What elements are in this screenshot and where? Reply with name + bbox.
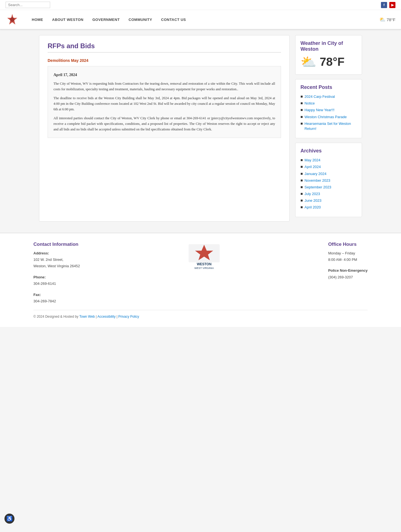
bid-paragraph-2: The deadline to receive bids at the West…: [53, 95, 275, 112]
bullet-icon: ■: [300, 171, 303, 176]
address-line2: Weston, West Virginia 26452: [33, 263, 80, 269]
copyright-text: © 2024 Designed & Hosted by: [33, 315, 79, 319]
weather-widget: Weather in City of Weston ⛅ 78°F: [295, 35, 362, 75]
bid-paragraph-3: All interested parties should contact th…: [53, 115, 275, 132]
archive-link[interactable]: September 2023: [304, 185, 331, 190]
townweb-link[interactable]: Town Web: [79, 315, 95, 319]
facebook-icon[interactable]: f: [381, 2, 387, 8]
fax-value: 304-269-7842: [33, 298, 80, 304]
post-link-demolitions[interactable]: Demolitions May 2024: [48, 58, 281, 63]
nav-bar: HOME ABOUT WESTON GOVERNMENT COMMUNITY C…: [0, 10, 401, 30]
nav-logo[interactable]: [6, 10, 19, 29]
recent-post-item: ■ 2024 Carp Festival: [300, 94, 357, 99]
police-label: Police Non-Emergency: [328, 267, 368, 274]
archive-item: ■ June 2023: [300, 198, 357, 203]
phone-row: Phone: 304-269-6141: [33, 274, 80, 287]
archives-title: Archives: [300, 148, 357, 154]
nav-government[interactable]: GOVERNMENT: [88, 13, 124, 27]
search-input[interactable]: [6, 2, 50, 8]
footer-bottom: © 2024 Designed & Hosted by Town Web | A…: [33, 310, 368, 319]
hours-time: 8:00 AM- 4:00 PM: [328, 256, 368, 263]
police-number: (304) 269-3207: [328, 274, 368, 280]
archive-link[interactable]: June 2023: [304, 198, 321, 203]
archive-link[interactable]: April 2024: [304, 164, 321, 169]
nav-about[interactable]: ABOUT WESTON: [48, 13, 88, 27]
privacy-link[interactable]: Privacy Policy: [118, 315, 139, 319]
footer: Contact Information Address: 102 W. 2nd …: [0, 233, 401, 327]
weather-display: ⛅ 78°F: [300, 54, 357, 69]
main-container: RFPs and Bids Demolitions May 2024 April…: [33, 35, 368, 222]
fax-label: Fax:: [33, 291, 80, 298]
social-icons: f ▶: [381, 2, 395, 8]
recent-posts-widget: Recent Posts ■ 2024 Carp Festival ■ Noti…: [295, 79, 362, 138]
phone-label: Phone:: [33, 274, 80, 280]
bid-date: April 17, 2024: [53, 72, 275, 78]
recent-post-item: ■ Happy New Year!!!: [300, 108, 357, 113]
nav-weather-temp: 78°F: [387, 17, 395, 22]
footer-inner: Contact Information Address: 102 W. 2nd …: [33, 242, 368, 305]
svg-text:WESTON: WESTON: [197, 262, 211, 266]
archive-item: ■ May 2024: [300, 158, 357, 163]
address-label: Address:: [33, 250, 80, 256]
archive-item: ■ April 2020: [300, 205, 357, 210]
archive-item: ■ April 2024: [300, 164, 357, 169]
hours-weekdays: Monday – Friday: [328, 250, 368, 256]
bid-document: April 17, 2024 The City of Weston, WV is…: [48, 66, 281, 138]
archive-item: ■ November 2023: [300, 178, 357, 183]
archive-link[interactable]: April 2020: [304, 205, 321, 210]
recent-posts-title: Recent Posts: [300, 84, 357, 90]
content-area: RFPs and Bids Demolitions May 2024 April…: [39, 35, 290, 222]
recent-post-link[interactable]: Hearsemania Set for Weston Return!: [304, 121, 357, 131]
weather-widget-title: Weather in City of Weston: [300, 40, 357, 52]
archive-link[interactable]: November 2023: [304, 178, 330, 183]
recent-post-link[interactable]: Notice: [304, 101, 315, 106]
recent-posts-list: ■ 2024 Carp Festival ■ Notice ■ Happy Ne…: [300, 94, 357, 131]
bullet-icon: ■: [300, 198, 303, 203]
footer-contact: Contact Information Address: 102 W. 2nd …: [33, 242, 80, 305]
top-bar: f ▶: [0, 0, 401, 10]
accessibility-link[interactable]: Accessibility: [97, 315, 116, 319]
bullet-icon: ■: [300, 178, 303, 183]
bullet-icon: ■: [300, 121, 303, 126]
svg-text:WEST VIRGINIA: WEST VIRGINIA: [194, 267, 214, 269]
nav-links: HOME ABOUT WESTON GOVERNMENT COMMUNITY C…: [27, 13, 379, 27]
bullet-icon: ■: [300, 108, 303, 112]
phone-value: 304-269-6141: [33, 280, 80, 287]
archives-list: ■ May 2024 ■ April 2024 ■ January 2024 ■…: [300, 158, 357, 210]
weather-big-icon: ⛅: [300, 54, 316, 69]
archive-item: ■ January 2024: [300, 171, 357, 176]
site-logo-icon: [6, 13, 19, 26]
recent-post-item: ■ Notice: [300, 101, 357, 106]
svg-point-1: [10, 17, 14, 22]
recent-post-link[interactable]: 2024 Carp Festival: [304, 94, 335, 99]
nav-home[interactable]: HOME: [27, 13, 48, 27]
footer-hours-title: Office Hours: [328, 242, 368, 247]
recent-post-link[interactable]: Happy New Year!!!: [304, 108, 334, 113]
footer-contact-title: Contact Information: [33, 242, 80, 247]
archive-link[interactable]: January 2024: [304, 171, 326, 176]
nav-community[interactable]: COMMUNITY: [124, 13, 157, 27]
nav-weather: ⛅ 78°F: [379, 16, 395, 23]
archive-item: ■ September 2023: [300, 185, 357, 190]
weather-temp: 78°F: [320, 55, 344, 69]
archive-link[interactable]: July 2023: [304, 191, 320, 196]
youtube-icon[interactable]: ▶: [389, 2, 395, 8]
bullet-icon: ■: [300, 164, 303, 169]
footer-logo: WESTON WEST VIRGINIA: [186, 242, 222, 270]
archive-link[interactable]: May 2024: [304, 158, 320, 163]
recent-post-item: ■ Hearsemania Set for Weston Return!: [300, 121, 357, 131]
bullet-icon: ■: [300, 158, 303, 162]
address-line1: 102 W. 2nd Street,: [33, 256, 80, 263]
recent-post-link[interactable]: Weston Christmas Parade: [304, 115, 347, 120]
bullet-icon: ■: [300, 191, 303, 196]
bullet-icon: ■: [300, 115, 303, 119]
nav-contact[interactable]: CONTACT US: [157, 13, 190, 27]
page-title: RFPs and Bids: [48, 42, 281, 53]
sidebar: Weather in City of Weston ⛅ 78°F Recent …: [295, 35, 362, 222]
fax-row: Fax: 304-269-7842: [33, 291, 80, 305]
bullet-icon: ■: [300, 94, 303, 99]
bullet-icon: ■: [300, 205, 303, 209]
archives-widget: Archives ■ May 2024 ■ April 2024 ■ Janua…: [295, 143, 362, 217]
bullet-icon: ■: [300, 185, 303, 189]
bid-paragraph-1: The City of Weston, WV is requesting bid…: [53, 81, 275, 92]
